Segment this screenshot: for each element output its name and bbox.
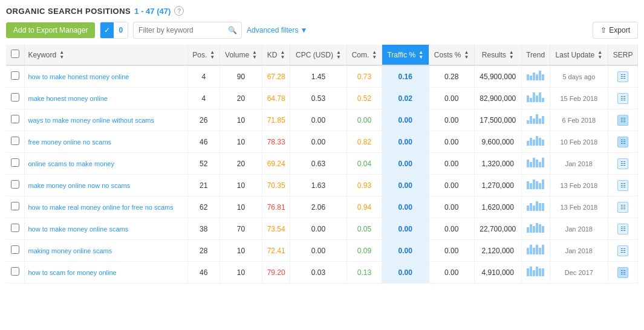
keyword-link[interactable]: make honest money online	[28, 95, 108, 102]
keyword-link[interactable]: online scams to make money	[28, 160, 114, 167]
trend-bar-segment	[527, 181, 529, 189]
serp-icon[interactable]: ☷	[617, 267, 628, 278]
volume-cell: 10	[220, 196, 262, 218]
keyword-link[interactable]: ways to make money online without scams	[28, 117, 154, 124]
serp-icon[interactable]: ☷	[617, 224, 628, 235]
trend-bar-segment	[530, 245, 532, 254]
keyword-cell: make money online now no scams	[24, 175, 187, 196]
trend-bar-segment	[530, 98, 532, 102]
trend-bar-segment	[527, 120, 529, 124]
keyword-cell: online scams to make money	[24, 153, 187, 175]
row-checkbox[interactable]	[11, 115, 19, 123]
search-icon: 🔍	[228, 26, 237, 34]
trend-cell	[521, 240, 550, 262]
keyword-filter-input[interactable]	[133, 22, 242, 39]
trend-bar-segment	[527, 160, 529, 167]
trend-bar-segment	[530, 138, 532, 146]
serp-cell: ☷	[608, 88, 638, 109]
row-checkbox[interactable]	[11, 267, 19, 276]
keywords-table: Keyword ▲▼ Pos. ▲▼ Volume ▲▼	[6, 45, 638, 283]
trend-bar-segment	[542, 180, 544, 189]
col-header-last-update[interactable]: Last Update ▲▼	[550, 45, 608, 65]
serp-icon[interactable]: ☷	[617, 158, 628, 169]
serp-icon[interactable]: ☷	[617, 137, 628, 147]
trend-bar-segment	[539, 224, 541, 233]
select-all-checkbox[interactable]	[11, 50, 19, 58]
row-checkbox[interactable]	[11, 180, 19, 189]
trend-bar-segment	[539, 203, 541, 211]
col-header-checkbox[interactable]	[6, 45, 24, 65]
col-header-cpc[interactable]: CPC (USD) ▲▼	[290, 45, 347, 65]
keyword-link[interactable]: how to make real money online for free n…	[28, 204, 174, 211]
table-row: online scams to make money522069.240.630…	[6, 153, 638, 175]
trend-bar-segment	[527, 74, 529, 80]
row-checkbox-cell	[6, 240, 24, 262]
pos-cell: 26	[187, 109, 220, 131]
trend-bar-segment	[530, 267, 532, 276]
trend-bar-segment	[533, 92, 535, 102]
results-cell: 45,900,000	[474, 65, 521, 88]
sort-arrows-volume: ▲▼	[252, 50, 257, 60]
col-header-volume[interactable]: Volume ▲▼	[220, 45, 262, 65]
row-checkbox[interactable]	[11, 245, 19, 254]
col-header-keyword[interactable]: Keyword ▲▼	[24, 45, 187, 65]
row-checkbox[interactable]	[11, 93, 19, 102]
keyword-link[interactable]: make money online now no scams	[28, 182, 131, 189]
col-header-pos[interactable]: Pos. ▲▼	[187, 45, 220, 65]
trend-bar-segment	[533, 205, 535, 211]
row-checkbox-cell	[6, 218, 24, 240]
trend-bar-segment	[542, 158, 544, 167]
trend-bar-segment	[530, 183, 532, 189]
col-header-traffic[interactable]: Traffic % ▲▼	[382, 45, 429, 65]
row-checkbox[interactable]	[11, 224, 19, 232]
serp-icon[interactable]: ☷	[617, 245, 628, 256]
serp-icon[interactable]: ☷	[617, 71, 628, 82]
serp-icon[interactable]: ☷	[617, 93, 628, 104]
col-header-trend: Trend	[521, 45, 550, 65]
serp-icon[interactable]: ☷	[617, 202, 628, 213]
keyword-link[interactable]: making money online scams	[28, 247, 112, 254]
trend-bar-segment	[536, 136, 538, 146]
trend-cell	[521, 196, 550, 218]
row-checkbox-cell	[6, 262, 24, 283]
row-checkbox-cell	[6, 131, 24, 153]
last-update-cell: 10 Feb 2018	[550, 131, 608, 153]
costs-cell: 0.00	[429, 262, 474, 283]
serp-icon[interactable]: ☷	[617, 115, 628, 126]
row-checkbox-cell	[6, 109, 24, 131]
pos-cell: 46	[187, 262, 220, 283]
traffic-cell: 0.02	[382, 88, 429, 109]
keyword-link[interactable]: how to scam for money online	[28, 269, 117, 276]
advanced-filters-button[interactable]: Advanced filters ▼	[247, 26, 307, 34]
trend-bar-segment	[530, 224, 532, 233]
serp-icon[interactable]: ☷	[617, 180, 628, 191]
toolbar: Add to Export Manager ✓ 0 🔍 Advanced fil…	[6, 22, 638, 39]
table-row: free money online no scams461078.330.000…	[6, 131, 638, 153]
row-checkbox[interactable]	[11, 202, 19, 210]
trend-cell	[521, 88, 550, 109]
row-checkbox[interactable]	[11, 137, 19, 145]
check-badge-button[interactable]: ✓ 0	[100, 22, 128, 39]
col-header-results[interactable]: Results ▲▼	[474, 45, 521, 65]
keyword-link[interactable]: how to make honest money online	[28, 73, 129, 80]
add-to-export-button[interactable]: Add to Export Manager	[6, 22, 95, 38]
serp-cell: ☷	[608, 240, 638, 262]
com-cell: 0.73	[346, 65, 382, 88]
info-icon[interactable]: ?	[174, 6, 184, 16]
col-header-serp: SERP	[608, 45, 638, 65]
volume-cell: 90	[220, 65, 262, 88]
keyword-link[interactable]: free money online no scams	[28, 138, 112, 146]
trend-bar-segment	[542, 268, 544, 276]
col-header-costs[interactable]: Costs % ▲▼	[429, 45, 474, 65]
trend-bar-segment	[539, 71, 541, 80]
keyword-link[interactable]: how to make money online scams	[28, 225, 129, 233]
kd-cell: 71.85	[262, 109, 290, 131]
row-checkbox[interactable]	[11, 158, 19, 167]
keyword-cell: making money online scams	[24, 240, 187, 262]
col-header-kd[interactable]: KD ▲▼	[262, 45, 290, 65]
trend-bar-segment	[533, 73, 535, 80]
results-cell: 1,320,000	[474, 153, 521, 175]
export-button[interactable]: ⇧ Export	[593, 22, 638, 39]
row-checkbox[interactable]	[11, 71, 19, 80]
col-header-com[interactable]: Com. ▲▼	[346, 45, 382, 65]
